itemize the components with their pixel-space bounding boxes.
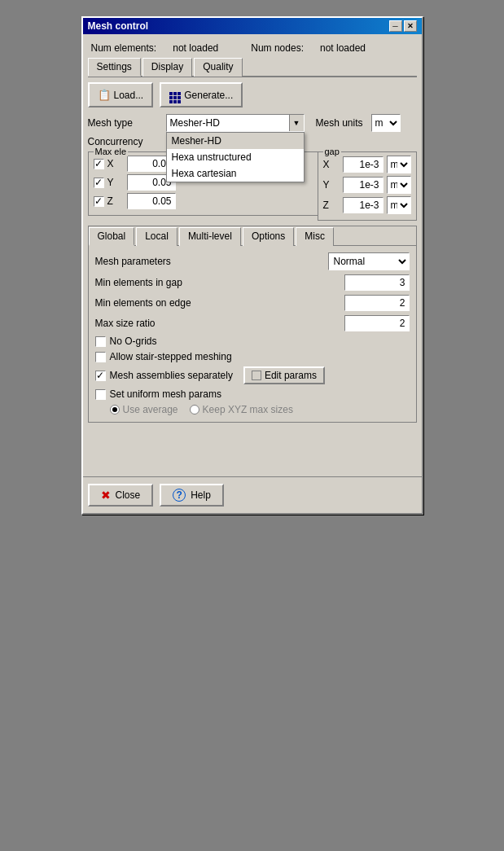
checkbox-z[interactable]: ✓ [94,196,104,207]
min-elements-edge-input[interactable] [344,295,410,311]
help-icon: ? [173,489,186,502]
xyz-row-z: ✓ Z [94,193,313,209]
mesh-type-option-hexa-unstructured[interactable]: Hexa unstructured [167,149,304,165]
sub-tabs-container: Global Local Multi-level Options Misc Me… [88,226,417,423]
use-average-radio[interactable] [110,405,120,415]
set-uniform-row: Set uniform mesh params [95,388,410,400]
radio-row: Use average Keep XYZ max sizes [110,404,410,415]
mesh-units-container: m mm cm in [371,114,401,132]
keep-xyz-label: Keep XYZ max sizes [203,404,293,415]
gap-row-y: Y m [323,176,411,194]
gap-row-z: Z m [323,196,411,214]
num-elements-value: not loaded [173,42,218,54]
status-row: Num elements: not loaded Num nodes: not … [88,39,417,57]
mesh-type-row: Mesh type Mesher-HD ▼ Mesher-HD Hexa uns… [88,114,417,132]
max-size-ratio-input[interactable] [344,315,410,331]
minimize-button[interactable]: ─ [389,20,402,32]
mesh-parameters-row: Mesh parameters Coarse Normal Fine Very … [95,252,410,270]
stair-stepped-label: Allow stair-stepped meshing [110,351,232,362]
tab-settings[interactable]: Settings [88,58,141,77]
mesh-parameters-select[interactable]: Coarse Normal Fine Very fine [328,252,410,270]
min-elements-gap-label: Min elements in gap [95,277,344,288]
min-elements-gap-row: Min elements in gap [95,274,410,291]
stair-stepped-checkbox[interactable] [95,352,106,362]
max-size-ratio-label: Max size ratio [95,318,344,329]
no-ogrids-label: No O-grids [110,336,157,347]
use-average-item: Use average [110,404,178,415]
global-tab-content: Mesh parameters Coarse Normal Fine Very … [89,246,416,422]
x-axis-label: X [107,158,124,169]
main-tabs-bar: Settings Display Quality [88,57,417,77]
mesh-type-arrow[interactable]: ▼ [289,115,304,131]
gap-z-label: Z [323,200,340,211]
mesh-type-dropdown-list: Mesher-HD Hexa unstructured Hexa cartesi… [166,132,305,182]
sub-tab-multi-level[interactable]: Multi-level [179,227,241,246]
mesh-type-value: Mesher-HD [167,116,289,129]
gap-x-unit[interactable]: m [387,156,411,173]
sub-tab-misc[interactable]: Misc [296,227,334,246]
gap-title: gap [323,147,341,156]
gap-y-label: Y [323,179,340,191]
z-axis-label: Z [107,195,124,207]
num-elements-label: Num elements: [91,42,157,54]
mesh-type-select[interactable]: Mesher-HD ▼ [166,114,305,132]
keep-xyz-item: Keep XYZ max sizes [190,404,293,415]
gap-row-x: X m [323,156,411,173]
bottom-bar: ✖ Close ? Help [83,476,422,513]
no-ogrids-checkbox[interactable] [95,336,106,347]
gap-x-input[interactable] [343,156,383,173]
edit-params-button[interactable]: Edit params [243,366,325,384]
stair-stepped-row: Allow stair-stepped meshing [95,351,410,362]
close-icon: ✖ [101,489,111,502]
sub-tab-options[interactable]: Options [243,227,294,246]
max-size-ratio-row: Max size ratio [95,315,410,331]
num-nodes-label: Num nodes: [251,42,304,54]
mesh-type-option-hexa-cartesian[interactable]: Hexa cartesian [167,165,304,182]
close-button[interactable]: ✖ Close [88,484,154,507]
window-content: Num elements: not loaded Num nodes: not … [83,34,422,428]
num-nodes-value: not loaded [320,42,366,54]
checkbox-x[interactable]: ✓ [94,159,104,169]
load-icon: 📋 [98,89,111,101]
gap-y-input[interactable] [343,177,383,193]
sub-tab-global[interactable]: Global [89,227,135,246]
mesh-type-label: Mesh type [88,117,161,129]
mesh-control-window: Mesh control ─ ✕ Num elements: not loade… [81,16,423,515]
keep-xyz-radio[interactable] [190,405,199,415]
set-uniform-checkbox[interactable] [95,389,106,400]
mesh-parameters-select-container: Coarse Normal Fine Very fine [328,252,410,270]
mesh-type-option-mesher-hd[interactable]: Mesher-HD [167,133,304,149]
tab-display[interactable]: Display [142,58,192,77]
use-average-label: Use average [123,404,178,415]
mesh-type-dropdown-container: Mesher-HD ▼ Mesher-HD Hexa unstructured … [166,114,305,132]
generate-button[interactable]: Generate... [160,82,243,107]
no-ogrids-row: No O-grids [95,336,410,347]
gap-y-unit[interactable]: m [387,176,411,194]
concurrency-label: Concurrency [88,136,143,147]
mesh-assemblies-label: Mesh assemblies separately [110,370,233,381]
close-title-button[interactable]: ✕ [404,20,417,32]
mesh-assemblies-checkbox[interactable]: ✓ [95,371,106,381]
mesh-units-label: Mesh units [316,117,363,129]
min-elements-edge-label: Min elements on edge [95,297,344,309]
mesh-parameters-label: Mesh parameters [95,256,328,267]
mesh-assemblies-row: ✓ Mesh assemblies separately Edit params [95,366,410,384]
load-button[interactable]: 📋 Load... [88,82,154,107]
gap-z-input[interactable] [343,197,383,213]
tab-quality[interactable]: Quality [194,58,242,77]
gap-group: gap X m Y m Z m [318,151,417,221]
edit-params-icon [252,371,261,380]
help-button[interactable]: ? Help [160,484,224,507]
gap-z-unit[interactable]: m [387,196,411,214]
sub-tabs-bar: Global Local Multi-level Options Misc [89,226,416,246]
z-max-input[interactable] [127,193,176,209]
sub-tab-local[interactable]: Local [136,227,177,246]
gap-x-label: X [323,159,340,170]
min-elements-gap-input[interactable] [344,274,410,291]
mesh-units-select[interactable]: m mm cm in [371,114,401,132]
checkbox-y[interactable]: ✓ [94,178,104,188]
min-elements-edge-row: Min elements on edge [95,295,410,311]
max-elements-title: Max ele [94,147,129,156]
title-bar: Mesh control ─ ✕ [83,18,422,34]
set-uniform-label: Set uniform mesh params [110,388,221,400]
